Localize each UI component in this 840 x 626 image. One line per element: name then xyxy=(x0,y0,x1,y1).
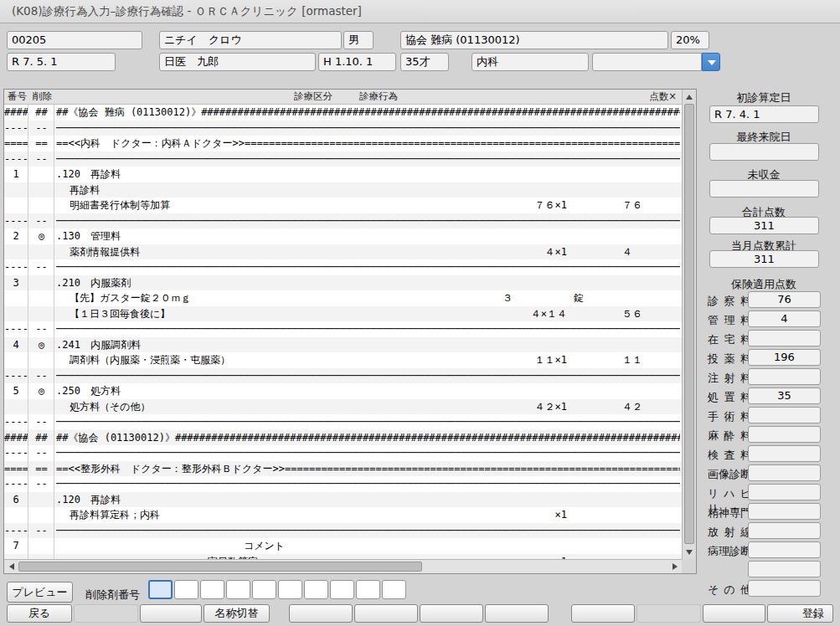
title-bar: (K08)診療行為入力–診療行為確認 - ＯＲＣＡクリニック [ormaster… xyxy=(0,0,840,23)
delete-number-box[interactable] xyxy=(200,580,224,599)
table-row[interactable]: ------──────────────────────────────────… xyxy=(4,476,682,492)
row-delete-mark xyxy=(29,306,54,322)
table-row[interactable]: ------──────────────────────────────────… xyxy=(4,151,682,167)
table-row[interactable]: ========<<内科 ドクター：内科Ａドクター>>=============… xyxy=(4,136,682,151)
horizontal-scrollbar[interactable] xyxy=(4,559,682,573)
point-row-label: その他 xyxy=(708,582,751,598)
row-text: .120 再診料 xyxy=(56,492,680,508)
table-row[interactable]: 再診料 xyxy=(4,182,682,198)
blank-button-4[interactable] xyxy=(354,604,418,623)
col-action-label: 診療行為 xyxy=(359,90,398,104)
point-row-value xyxy=(748,330,821,346)
consult-date-field[interactable]: R 7. 5. 1 xyxy=(7,53,116,71)
row-quantity: ４×1 xyxy=(470,244,567,260)
patient-kana-name-field[interactable]: ニチイ クロウ xyxy=(159,31,342,49)
row-text: ────────────────────────────────────────… xyxy=(56,445,680,461)
delete-number-box[interactable] xyxy=(148,580,173,599)
row-number: 3 xyxy=(4,275,28,291)
row-text: 【１日３回毎食後に】 xyxy=(56,306,680,322)
table-row[interactable]: 6.120 再診料 xyxy=(4,492,682,508)
table-row[interactable]: 明細書発行体制等加算７６×1７６ xyxy=(4,198,682,213)
point-row-value xyxy=(748,503,821,520)
department-field[interactable]: 内科 xyxy=(472,53,589,71)
unpaid-value xyxy=(709,180,819,198)
vertical-scrollbar-thumb[interactable] xyxy=(684,104,694,544)
row-delete-mark xyxy=(29,492,54,508)
delete-number-box[interactable] xyxy=(382,580,406,599)
row-points: １１ xyxy=(622,352,682,368)
table-row[interactable]: ------──────────────────────────────────… xyxy=(4,259,682,275)
row-number xyxy=(4,399,28,415)
scroll-up-icon[interactable] xyxy=(683,90,696,104)
point-row-value xyxy=(748,561,821,577)
row-points: ４ xyxy=(622,244,682,260)
burden-rate-field: 20% xyxy=(671,31,709,49)
point-row-label: 画像診断 xyxy=(708,467,751,482)
delete-number-box[interactable] xyxy=(226,580,250,599)
table-row[interactable]: 【１日３回毎食後に】４×１４５６ xyxy=(4,306,682,322)
table-row[interactable]: ------──────────────────────────────────… xyxy=(4,368,682,384)
register-button[interactable]: 登録 xyxy=(767,604,833,623)
table-row[interactable]: ########《協会 (01130012)》#################… xyxy=(4,430,682,446)
table-row[interactable]: ------──────────────────────────────────… xyxy=(4,523,682,539)
insurance-point-row: リハビリ xyxy=(706,484,840,503)
table-row[interactable]: ------──────────────────────────────────… xyxy=(4,213,682,229)
patient-sex-field: 男 xyxy=(343,31,374,49)
delete-number-box[interactable] xyxy=(330,580,354,599)
insurance-point-row xyxy=(706,561,840,580)
table-row[interactable]: 3.210 内服薬剤 xyxy=(4,275,682,291)
table-row[interactable]: ------──────────────────────────────────… xyxy=(4,121,682,136)
table-row[interactable]: 2◎.130 管理料 xyxy=(4,228,682,244)
insurance-field[interactable]: 協会 難病 (01130012) xyxy=(400,31,668,49)
table-row[interactable]: ------──────────────────────────────────… xyxy=(4,414,682,430)
table-row[interactable]: 調剤料（内服薬・浸煎薬・屯服薬）１１×1１１ xyxy=(4,352,682,368)
table-row[interactable]: 処方料（その他）４２×1４２ xyxy=(4,399,682,415)
table-row[interactable]: 4◎.241 内服調剤料 xyxy=(4,337,682,353)
row-delete-mark xyxy=(29,275,54,291)
blank-button-5[interactable] xyxy=(420,604,483,623)
table-row[interactable]: 薬剤情報提供料４×1４ xyxy=(4,244,682,260)
delete-number-box[interactable] xyxy=(278,580,302,599)
blank-button-9[interactable] xyxy=(703,604,765,623)
name-toggle-button[interactable]: 名称切替 xyxy=(204,604,270,623)
blank-button-7[interactable] xyxy=(571,604,635,623)
insurance-point-row: 管理料4 xyxy=(706,310,840,330)
table-row[interactable]: 1.120 再診料 xyxy=(4,167,682,182)
scroll-left-icon[interactable] xyxy=(5,560,18,573)
first-visit-label: 初診算定日 xyxy=(706,90,822,105)
doctor-combo-value[interactable] xyxy=(592,53,702,71)
blank-button-3[interactable] xyxy=(289,604,353,623)
insurance-points-label: 保険適用点数 xyxy=(706,277,822,292)
row-quantity: ３ xyxy=(470,290,567,306)
doctor-combo[interactable] xyxy=(592,53,720,71)
table-row[interactable]: 7コメント xyxy=(4,538,682,554)
delete-number-box[interactable] xyxy=(252,580,276,599)
scroll-down-icon[interactable] xyxy=(683,545,696,558)
horizontal-scrollbar-thumb[interactable] xyxy=(18,562,422,572)
table-row[interactable]: ========<<整形外科 ドクター：整形外科Ｂドクター>>=========… xyxy=(4,461,682,477)
row-text: コメント xyxy=(56,538,680,554)
back-button[interactable]: 戻る xyxy=(7,604,72,623)
summary-sidebar: 初診算定日 R 7. 4. 1 最終来院日 未収金 合計点数 311 当月点数累… xyxy=(706,89,840,608)
table-row[interactable]: ########《協会 難病 (01130012)》##############… xyxy=(4,105,682,121)
table-row[interactable]: 【先】ガスター錠２０ｍｇ３ 錠 xyxy=(4,290,682,306)
delete-number-box[interactable] xyxy=(356,580,380,599)
table-row[interactable]: ------──────────────────────────────────… xyxy=(4,321,682,337)
delete-number-box[interactable] xyxy=(304,580,328,599)
month-points-value: 311 xyxy=(709,250,819,268)
combo-dropdown-button[interactable] xyxy=(702,53,720,71)
vertical-scrollbar[interactable] xyxy=(682,90,696,559)
insurance-points-rows: 診察料76管理料4在宅料投薬料196注射料処置料35手術料麻酔料検査料画像診断リ… xyxy=(706,291,840,599)
patient-number-field[interactable]: 00205 xyxy=(7,31,142,49)
table-row[interactable]: 5◎.250 処方料 xyxy=(4,383,682,399)
insurance-point-row: 検査料 xyxy=(706,445,840,464)
col-category-label: 診療区分 xyxy=(294,90,332,104)
delete-number-box[interactable] xyxy=(174,580,198,599)
table-row[interactable]: 再診料算定科；内科×1 xyxy=(4,507,682,523)
scroll-right-icon[interactable] xyxy=(667,560,681,573)
table-row[interactable]: ------──────────────────────────────────… xyxy=(4,445,682,461)
blank-button-6[interactable] xyxy=(485,604,549,623)
row-text: ==<<整形外科 ドクター：整形外科Ｂドクター>>===============… xyxy=(56,461,680,477)
blank-button-2[interactable] xyxy=(140,604,202,623)
preview-button[interactable]: プレビュー xyxy=(7,582,73,603)
